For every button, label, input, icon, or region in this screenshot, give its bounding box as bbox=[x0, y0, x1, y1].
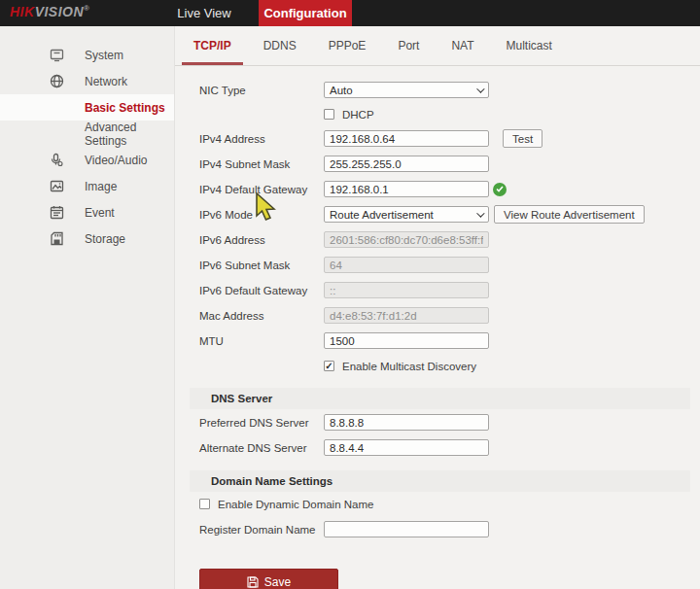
ipv4-gateway-label: IPv4 Default Gateway bbox=[199, 184, 324, 195]
alternate-dns-row: Alternate DNS Server bbox=[199, 439, 700, 456]
nic-type-label: NIC Type bbox=[199, 85, 324, 96]
ipv4-gateway-input[interactable] bbox=[324, 181, 489, 197]
mtu-row: MTU bbox=[199, 332, 700, 349]
sidebar-item-label: System bbox=[85, 49, 123, 62]
multicast-discovery-checkbox[interactable]: ✓ bbox=[324, 361, 334, 371]
sidebar-item-label: Event bbox=[85, 206, 115, 220]
dhcp-checkbox[interactable] bbox=[324, 109, 334, 120]
dns-server-section-title: DNS Server bbox=[211, 393, 272, 404]
sidebar-item-label: Basic Settings bbox=[85, 101, 165, 115]
ipv6-mode-value: Route Advertisement bbox=[330, 209, 434, 221]
multicast-discovery-label: Enable Multicast Discovery bbox=[342, 361, 476, 372]
multicast-discovery-row: ✓ Enable Multicast Discovery bbox=[199, 360, 700, 372]
sidebar-item-label: Image bbox=[85, 180, 117, 193]
dynamic-domain-row: Enable Dynamic Domain Name bbox=[199, 498, 700, 510]
nic-type-select[interactable]: Auto bbox=[324, 82, 489, 98]
ipv4-subnet-row: IPv4 Subnet Mask bbox=[199, 156, 700, 172]
sidebar-item-label: Video/Audio bbox=[85, 154, 148, 167]
image-icon bbox=[49, 179, 64, 194]
ipv4-address-row: IPv4 Address Test bbox=[199, 130, 700, 147]
ipv6-gateway-row: IPv6 Default Gateway bbox=[199, 282, 700, 298]
main-content: TCP/IP DDNS PPPoE Port NAT Multicast NIC… bbox=[175, 26, 700, 589]
sidebar-item-system[interactable]: System bbox=[0, 42, 174, 68]
ipv6-mode-row: IPv6 Mode Route Advertisement View Route… bbox=[199, 206, 700, 223]
nav-configuration[interactable]: Configuration bbox=[259, 0, 352, 26]
dhcp-row: DHCP bbox=[199, 108, 700, 121]
top-bar: HIKVISION® Live View Configuration bbox=[0, 0, 700, 26]
sidebar-item-image[interactable]: Image bbox=[0, 173, 174, 199]
chevron-down-icon bbox=[476, 85, 484, 92]
mac-address-label: Mac Address bbox=[199, 310, 324, 322]
sidebar-item-label: Advanced Settings bbox=[85, 121, 174, 148]
alternate-dns-input[interactable] bbox=[324, 439, 489, 456]
ipv6-address-row: IPv6 Address bbox=[199, 231, 700, 248]
sidebar-item-advanced-settings[interactable]: Advanced Settings bbox=[0, 121, 174, 147]
preferred-dns-input[interactable] bbox=[324, 414, 489, 431]
ipv6-address-input bbox=[324, 231, 489, 248]
sidebar-item-video-audio[interactable]: Video/Audio bbox=[0, 147, 174, 173]
dns-server-section-header: DNS Server bbox=[190, 388, 690, 409]
alternate-dns-label: Alternate DNS Server bbox=[199, 442, 324, 454]
hikvision-logo: HIKVISION® bbox=[10, 4, 90, 19]
ipv6-mode-select[interactable]: Route Advertisement bbox=[324, 206, 489, 223]
sidebar-item-event[interactable]: Event bbox=[0, 199, 174, 225]
settings-tab-bar: TCP/IP DDNS PPPoE Port NAT Multicast bbox=[175, 26, 700, 66]
nic-type-value: Auto bbox=[330, 85, 353, 96]
view-route-advertisement-button[interactable]: View Route Advertisement bbox=[494, 205, 645, 224]
ipv4-gateway-row: IPv4 Default Gateway bbox=[199, 181, 700, 197]
dynamic-domain-label: Enable Dynamic Domain Name bbox=[218, 499, 373, 510]
storage-icon bbox=[49, 231, 64, 247]
mtu-label: MTU bbox=[199, 335, 324, 347]
ipv4-address-label: IPv4 Address bbox=[199, 133, 324, 145]
logo-reg-mark: ® bbox=[84, 4, 89, 13]
sidebar-item-storage[interactable]: Storage bbox=[0, 225, 174, 252]
tcpip-form: NIC Type Auto DHCP IPv4 Address Test IPv… bbox=[175, 66, 700, 589]
save-icon bbox=[247, 576, 259, 588]
sidebar-item-basic-settings[interactable]: Basic Settings bbox=[0, 94, 174, 121]
sidebar-item-label: Storage bbox=[85, 232, 125, 246]
tab-tcpip[interactable]: TCP/IP bbox=[191, 26, 234, 65]
ipv6-gateway-input bbox=[324, 282, 489, 298]
nav-live-view[interactable]: Live View bbox=[165, 0, 243, 26]
mtu-input[interactable] bbox=[324, 332, 489, 349]
save-button[interactable]: Save bbox=[199, 569, 338, 589]
preferred-dns-row: Preferred DNS Server bbox=[199, 414, 700, 431]
sidebar-item-label: Network bbox=[85, 75, 127, 88]
valid-check-icon bbox=[493, 183, 507, 196]
ipv6-address-label: IPv6 Address bbox=[199, 234, 324, 246]
logo-suffix: VISION bbox=[35, 4, 84, 19]
ipv4-subnet-input[interactable] bbox=[324, 156, 489, 172]
register-domain-row: Register Domain Name bbox=[199, 521, 700, 537]
preferred-dns-label: Preferred DNS Server bbox=[199, 417, 324, 429]
ipv6-mode-label: IPv6 Mode bbox=[199, 209, 324, 221]
system-icon bbox=[49, 48, 64, 63]
tab-port[interactable]: Port bbox=[395, 26, 422, 65]
nic-type-row: NIC Type Auto bbox=[199, 82, 700, 98]
ipv6-subnet-input bbox=[324, 257, 489, 273]
sidebar: System Network Basic Settings Advanced S… bbox=[0, 26, 175, 589]
register-domain-input[interactable] bbox=[324, 521, 489, 537]
ipv4-address-input[interactable] bbox=[324, 130, 489, 147]
tab-ddns[interactable]: DDNS bbox=[261, 26, 299, 65]
mac-address-input bbox=[324, 307, 489, 324]
mac-address-row: Mac Address bbox=[199, 307, 700, 324]
ipv6-subnet-label: IPv6 Subnet Mask bbox=[199, 260, 324, 271]
chevron-down-icon bbox=[476, 209, 484, 217]
ipv4-subnet-label: IPv4 Subnet Mask bbox=[199, 158, 324, 170]
domain-name-settings-section-title: Domain Name Settings bbox=[211, 475, 332, 487]
dynamic-domain-checkbox[interactable] bbox=[199, 499, 210, 509]
video-audio-icon bbox=[49, 153, 64, 168]
ipv6-gateway-label: IPv6 Default Gateway bbox=[199, 285, 324, 296]
event-icon bbox=[49, 205, 64, 221]
logo-prefix: HIK bbox=[10, 4, 35, 19]
network-icon bbox=[49, 74, 64, 89]
tab-nat[interactable]: NAT bbox=[448, 26, 476, 65]
tab-multicast[interactable]: Multicast bbox=[504, 26, 555, 65]
save-button-label: Save bbox=[264, 575, 291, 589]
sidebar-item-network[interactable]: Network bbox=[0, 68, 174, 94]
tab-pppoe[interactable]: PPPoE bbox=[326, 26, 369, 65]
register-domain-label: Register Domain Name bbox=[199, 524, 324, 536]
test-button[interactable]: Test bbox=[503, 129, 542, 148]
domain-name-settings-section-header: Domain Name Settings bbox=[190, 470, 690, 492]
ipv6-subnet-row: IPv6 Subnet Mask bbox=[199, 257, 700, 273]
